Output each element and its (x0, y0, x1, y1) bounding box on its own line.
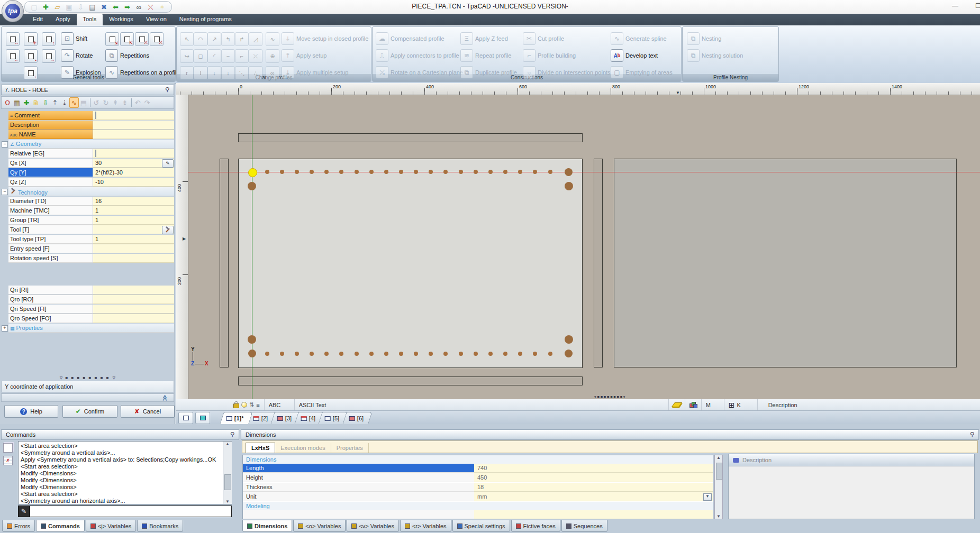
tab--j-variables[interactable]: <j> Variables (86, 520, 136, 532)
hole[interactable] (339, 352, 343, 356)
layers-cell[interactable] (669, 399, 685, 410)
tab-bookmarks[interactable]: Bookmarks (137, 520, 183, 532)
menu-item-edit[interactable]: Edit (26, 14, 49, 25)
menu-item-view-on[interactable]: View on (140, 14, 173, 25)
view-3d-button[interactable] (178, 412, 193, 424)
property-value[interactable] (93, 244, 174, 253)
hole[interactable] (518, 352, 522, 356)
property-row[interactable]: Qro [RO] (1, 295, 174, 305)
z-order-icon[interactable]: ⇅ (249, 401, 254, 408)
tab--v-variables[interactable]: <v> Variables (347, 520, 398, 532)
property-row[interactable]: Machine [TMC]1 (1, 206, 174, 216)
property-value[interactable]: 1 (93, 235, 174, 244)
tab-special-settings[interactable]: Special settings (452, 520, 510, 532)
ribbon-button-repetitions-on-a-profile[interactable]: ∿Repetitions on a profile (105, 66, 180, 79)
property-value[interactable]: 1 (93, 206, 174, 215)
find-icon[interactable]: ∞ (135, 4, 143, 11)
hole[interactable] (248, 350, 256, 357)
tab--r-variables[interactable]: <r> Variables (400, 520, 451, 532)
ribbon-button-rotate[interactable]: ↷Rotate (61, 49, 93, 62)
property-row[interactable]: Description (1, 121, 174, 130)
property-value[interactable] (93, 286, 174, 295)
property-row[interactable]: Tool [T] (1, 225, 174, 235)
property-value[interactable] (93, 130, 174, 139)
property-value[interactable] (93, 149, 174, 158)
description-content[interactable] (729, 466, 974, 518)
hole[interactable] (459, 352, 463, 356)
collapse-bar[interactable]: ≪ (1, 393, 174, 402)
scroll-up-icon[interactable]: ▲ (716, 455, 721, 460)
list-icon[interactable]: ≡ (256, 402, 259, 408)
hole[interactable] (310, 352, 314, 356)
transform-tool-button[interactable]: ✛ (24, 32, 38, 46)
repetition-tool-button[interactable]: ⤫ (135, 32, 149, 46)
menu-item-apply[interactable]: Apply (49, 14, 77, 25)
ribbon-button-explosion[interactable]: ✎Explosion (61, 66, 101, 79)
face-bar-bottom[interactable] (238, 376, 583, 385)
property-row[interactable]: Qx [X]30✎ (1, 159, 174, 168)
dim-group-dimensions[interactable]: Dimensions (243, 455, 713, 464)
hole[interactable] (265, 170, 269, 174)
dim-row[interactable] (243, 510, 713, 519)
property-row[interactable]: Relative [EG] (1, 149, 174, 159)
commands-scrollbar[interactable]: ▲▼ (223, 442, 232, 504)
selected-hole[interactable] (248, 168, 257, 177)
tab-errors[interactable]: Errors (2, 520, 35, 532)
favorites-icon[interactable]: ✶ (158, 4, 166, 11)
property-value[interactable] (93, 295, 174, 304)
dim-value[interactable]: 450 (474, 473, 713, 482)
dim-tab-execution-modes[interactable]: Execution modes (275, 443, 331, 453)
panel-splitter[interactable]: ▿■ ■ ■ ■ ■ ■ ■ ■▿ (1, 375, 174, 380)
hole[interactable] (503, 352, 507, 356)
hole[interactable] (324, 352, 329, 356)
cubes-cell[interactable] (685, 399, 702, 410)
view-box-button[interactable] (195, 412, 210, 424)
tab-commands[interactable]: Commands (36, 520, 85, 532)
property-group-technology[interactable]: Technology− (1, 187, 174, 197)
dim-value[interactable]: 18 (474, 483, 713, 492)
tab-fictive-faces[interactable]: Fictive faces (511, 520, 560, 532)
property-value[interactable] (93, 314, 174, 323)
property-value[interactable]: 2*(hf/2)-30 (93, 168, 174, 177)
status-toggle-icons[interactable]: ⇅≡ (229, 399, 265, 410)
dim-row[interactable]: Thickness18 (243, 483, 713, 492)
hole[interactable] (355, 352, 359, 356)
dropdown-icon[interactable]: ▼ (703, 493, 712, 501)
open-icon[interactable]: ▱ (53, 4, 61, 11)
m-cell[interactable]: M (702, 399, 724, 410)
property-row[interactable]: Tool type [TP]1 (1, 235, 174, 244)
scroll-down-icon[interactable]: ▼ (716, 514, 721, 519)
canvas-splitter[interactable]: ▾ ■ ■ ■ ■ ■ ■ ■ ■ ▾ (594, 395, 625, 399)
property-value[interactable]: -10 (93, 178, 174, 187)
property-row[interactable]: Qri Speed [FI] (1, 305, 174, 314)
expander-icon[interactable]: − (2, 189, 8, 195)
hole[interactable] (429, 352, 433, 356)
commands-log[interactable]: <Start area selection><Symmetry around a… (18, 441, 232, 504)
menu-item-workings[interactable]: Workings (103, 14, 140, 25)
help-button[interactable]: ?Help (4, 405, 58, 418)
transform-tool-button[interactable]: ↔ (6, 32, 20, 46)
tab--o-variables[interactable]: <o> Variables (293, 520, 346, 532)
pin-icon[interactable]: ⚲ (165, 86, 169, 93)
property-row[interactable]: Qri [RI] (1, 286, 174, 295)
property-value[interactable] (93, 225, 174, 234)
hole[interactable] (565, 335, 573, 344)
property-value[interactable]: 30✎ (93, 159, 174, 168)
property-row[interactable]: ≡Comment (1, 111, 174, 121)
save-icon[interactable]: ▣ (65, 4, 73, 11)
repetition-tool-button[interactable]: ⤬ (150, 32, 164, 46)
cancel-button[interactable]: ✘Cancel (121, 405, 175, 418)
property-row[interactable]: Qro Speed [FO] (1, 314, 174, 324)
copy-log-icon[interactable] (3, 443, 13, 453)
confirm-button[interactable]: ✔Confirm (62, 405, 117, 418)
hole[interactable] (355, 170, 359, 174)
clear-log-icon[interactable]: ✗ (3, 456, 13, 465)
property-value[interactable] (93, 111, 174, 120)
property-row[interactable]: Qz [Z]-10 (1, 178, 174, 187)
hole[interactable] (414, 352, 418, 356)
tab-dimensions[interactable]: Dimensions (242, 520, 292, 532)
dim-group-modeling[interactable]: Modeling (243, 502, 713, 510)
pin-icon[interactable]: ⚲ (970, 431, 974, 438)
transform-tool-button[interactable]: • (24, 49, 38, 63)
import-icon[interactable]: ⇩ (41, 97, 50, 108)
